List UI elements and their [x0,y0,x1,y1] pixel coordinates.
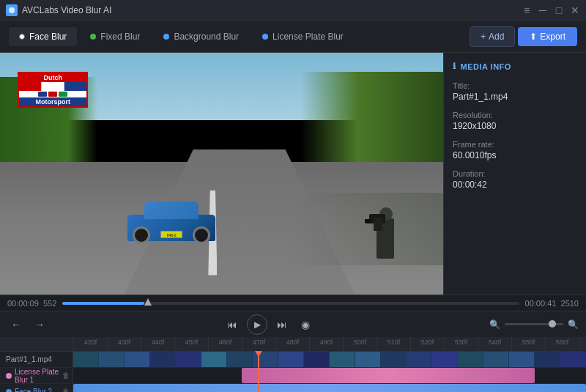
track-row-video: Part#1_1.mp4 [0,352,586,368]
title-value: Part#1_1.mp4 [453,92,577,102]
lp-track-name: License Plate Blur 1 [15,368,59,384]
fixed-blur-dot [90,34,96,40]
scrubber-fill [62,302,144,305]
resolution-label: Resolution: [453,111,577,119]
media-info-panel: ℹ MEDIA INFO Title: Part#1_1.mp4 Resolut… [443,53,586,295]
ruler-mark: 420f [73,337,107,352]
add-button[interactable]: + Add [470,26,515,47]
ruler-mark: 560f [545,337,579,352]
lp-delete-icon[interactable]: 🗑 [62,371,70,380]
tab-license-plate-blur[interactable]: License Plate Blur [252,27,354,46]
face-blur-dot [19,34,25,40]
duration-label: Duration: [453,169,577,178]
logo-overlay: Dutch Motorsport [18,72,88,108]
window-controls: ≡ ─ □ ✕ [522,5,580,15]
fixed-blur-label: Fixed Blur [100,32,140,42]
track-row-face-blur: Face Blur 2 🗑 [0,384,586,392]
scrubber-track[interactable] [62,302,519,305]
ruler-mark: 530f [444,337,478,352]
ruler-mark: 550f [511,337,545,352]
thumb-cell [355,352,381,367]
track-label-video: Part#1_1.mp4 [0,352,73,367]
face-delete-icon[interactable]: 🗑 [62,388,70,392]
face-blur-label: Face Blur [29,32,67,42]
tab-fixed-blur[interactable]: Fixed Blur [80,27,150,46]
thumb-cell [535,352,560,367]
spectators [288,193,443,265]
thumb-cell [99,352,125,367]
logo-flag [19,82,86,91]
title-bar-left: AVCLabs Video Blur AI [6,4,111,16]
media-info-header: ℹ MEDIA INFO [453,62,577,71]
thumb-cell [73,352,99,367]
video-area[interactable]: 840-Z Dutch [0,53,443,295]
menu-icon[interactable]: ≡ [522,5,532,15]
forward-button[interactable]: → [31,316,48,333]
main-content: 840-Z Dutch [0,53,586,295]
timeline-area: 420f430f440f450f460f470f480f490f500f510f… [0,337,586,392]
tab-background-blur[interactable]: Background Blur [153,27,249,46]
svg-point-0 [9,7,15,13]
app-title: AVCLabs Video Blur AI [22,5,111,15]
timeline-ruler: 420f430f440f450f460f470f480f490f500f510f… [0,337,586,352]
thumb-cell [150,352,176,367]
thumb-cell [381,352,407,367]
ruler-mark: 460f [208,337,242,352]
thumb-cell [560,352,586,367]
scrubber-bar: 00:00:09 552 00:00:41 2510 [0,295,586,311]
lp-blur-label: License Plate Blur [272,32,344,42]
tab-face-blur[interactable]: Face Blur [9,27,77,46]
flag-white [41,82,64,91]
info-resolution-row: Resolution: 1920x1080 [453,111,577,131]
ruler-mark: 540f [478,337,511,352]
lp-track-content[interactable] [73,368,586,383]
title-label: Title: [453,81,577,90]
title-bar: AVCLabs Video Blur AI ≡ ─ □ ✕ [0,0,586,21]
playhead [258,352,259,392]
add-label: Add [489,32,504,42]
scrubber-thumb [144,298,152,306]
resolution-value: 1920x1080 [453,121,577,131]
ruler-mark: 440f [141,337,174,352]
time-end: 00:00:41 2510 [525,299,579,308]
face-track-content[interactable] [73,384,586,392]
frame-start-value: 552 [43,299,56,308]
thumb-cell [304,352,330,367]
ruler-mark: 510f [377,337,410,352]
ruler-mark: 520f [410,337,444,352]
lp-track-dot [6,373,12,379]
ruler-mark: 480f [275,337,309,352]
car: 840-Z [124,197,219,241]
video-track-content[interactable] [73,352,586,367]
thumb-cell [278,352,304,367]
zoom-out-icon[interactable]: 🔍 [489,319,500,330]
video-track-name: Part#1_1.mp4 [6,355,52,363]
info-duration-row: Duration: 00:00:42 [453,169,577,190]
minimize-button[interactable]: ─ [538,5,548,15]
zoom-track[interactable] [505,323,563,325]
flag-red [19,82,41,91]
close-button[interactable]: ✕ [570,5,580,15]
export-label: Export [540,32,565,42]
logo-motorsport: Motorsport [19,97,86,106]
export-button[interactable]: ⬆ Export [518,27,577,46]
thumb-cell [125,352,150,367]
ruler-mark: 490f [309,337,343,352]
ruler-mark: 470f [242,337,275,352]
thumb-cell [407,352,432,367]
ruler-mark: 430f [107,337,141,352]
time-end-value: 00:00:41 [525,299,557,308]
video-preview: 840-Z Dutch [0,53,443,295]
zoom-in-icon[interactable]: 🔍 [568,319,579,330]
eye-button[interactable]: ◉ [297,316,314,333]
prev-frame-button[interactable]: ⏮ [223,316,241,333]
play-button[interactable]: ▶ [247,314,267,335]
maximize-button[interactable]: □ [554,5,564,15]
next-frame-button[interactable]: ⏭ [273,316,291,333]
track-label-face: Face Blur 2 🗑 [0,384,73,392]
car-roof [144,201,199,219]
thumb-cell [201,352,227,367]
bg-blur-dot [163,34,169,40]
thumb-strip [73,352,586,367]
back-button[interactable]: ← [7,316,25,333]
